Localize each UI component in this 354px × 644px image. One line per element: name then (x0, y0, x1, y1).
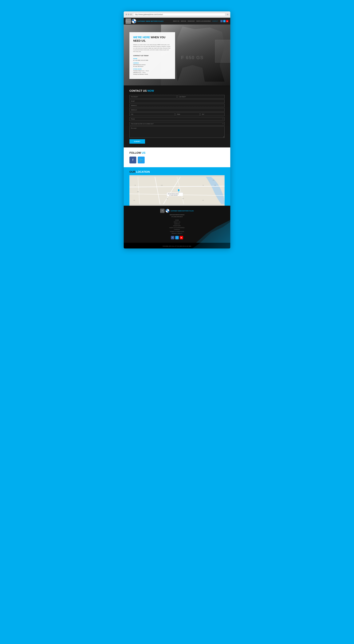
contact-method-row: How would you like us to contact you? Ph… (129, 122, 225, 126)
follow-title: FOLLOW US (129, 151, 225, 154)
phone-row (129, 117, 225, 121)
hero-content-box: WE'RE HERE WHEN YOU NEED US. Whether you… (129, 32, 175, 79)
svg-text:67: 67 (167, 198, 168, 199)
browser-dot-red (126, 14, 127, 15)
footer-nav-contact[interactable]: CONTACT (174, 229, 180, 230)
footer-facebook-icon[interactable]: f (171, 236, 174, 239)
overlay-panel (215, 40, 230, 62)
footer-nav-inventory[interactable]: INVENTORY (173, 225, 181, 226)
hero-headline-highlight: WE'RE HERE (133, 36, 150, 39)
footer-bottom-text: FOR MORE INFO CALL 877.221.9090 or 314.4… (163, 246, 191, 247)
footer-bmw-roundel (166, 209, 169, 213)
nav-about[interactable]: ABOUT US (173, 20, 179, 22)
svg-text:570: 570 (213, 180, 214, 181)
nav-twitter-icon[interactable]: t (223, 20, 225, 22)
footer: BMWMOTORCYCLES GATEWAY BMW MOTORCYCLES 2… (124, 206, 230, 248)
svg-text:64: 64 (202, 200, 204, 201)
zip-input[interactable] (200, 112, 225, 116)
navbar-brand-title: GATEWAY BMW MOTORCYCLES (137, 20, 172, 22)
hero-body-text: Whether you want to learn more about buy… (133, 44, 171, 52)
map-svg: 70 170 275 367 70 64 67 175 64 570 2690 … (129, 175, 225, 206)
nav-youtube-icon[interactable]: ▶ (226, 20, 228, 22)
footer-dealer-logo: BMWMOTORCYCLES (160, 209, 164, 213)
contact-us-today-title: CONTACT US TODAY (133, 55, 171, 56)
svg-text:170: 170 (161, 185, 163, 186)
navbar-brand-highlight: GATEWAY BMW (137, 20, 150, 22)
footer-social-row: f t ▶ (171, 236, 183, 239)
contact-form-title: CONTACT US NOW (129, 89, 225, 92)
contact-method-select[interactable]: How would you like us to contact you? Ph… (129, 122, 225, 126)
nav-inventory[interactable]: INVENTORY (188, 20, 195, 22)
store-hours: Tuesday-Friday 9 a.m. – 6 p.m. Saturday … (133, 70, 171, 75)
svg-text:70: 70 (135, 185, 136, 186)
navbar: BMWMOTORCYCLES GATEWAY BMW MOTORCYCLES A… (124, 18, 230, 24)
social-icons-row: f 🐦 (129, 156, 225, 164)
name-row (129, 95, 225, 98)
nav-contact[interactable]: CONTACT (212, 20, 218, 22)
first-name-input[interactable] (129, 95, 177, 98)
svg-point-18 (178, 189, 180, 191)
submit-button[interactable]: SUBMIT (129, 139, 145, 144)
footer-address: 2690 MASTERSON AVENUE ST LOUIS, MO 63114 (170, 214, 185, 218)
svg-text:64: 64 (134, 200, 135, 201)
twitter-icon-large[interactable]: 🐦 (138, 156, 145, 164)
location-section: OUR LOCATION 70 170 (124, 167, 230, 206)
address-lines: 2690 Masterson Avenue St Louis, MO 63114 (133, 64, 171, 67)
phone-wrapper (129, 117, 225, 121)
map-container: 70 170 275 367 70 64 67 175 64 570 2690 … (129, 175, 225, 206)
nav-links: ABOUT US SERVICE INVENTORY PARTS & ACCES… (173, 20, 218, 22)
browser-url-bar[interactable] (133, 13, 225, 16)
footer-logo-row: BMWMOTORCYCLES GATEWAY BMW MOTORCYCLES (160, 209, 194, 213)
footer-nav-terms[interactable]: TERMS & CONDITIONS (170, 231, 184, 232)
footer-nav-about[interactable]: ABOUT US (174, 222, 180, 222)
footer-nav-service[interactable]: SERVICE (174, 223, 180, 224)
navbar-logo-area: BMWMOTORCYCLES (126, 18, 136, 24)
facebook-icon-large[interactable]: f (129, 156, 136, 164)
browser-dot-yellow (128, 14, 129, 15)
nav-facebook-icon[interactable]: f (220, 20, 223, 22)
browser-dot-green (130, 14, 132, 15)
nav-social-icons: f t ▶ (220, 20, 228, 22)
footer-nav-home[interactable]: HOME (175, 220, 179, 221)
svg-text:175: 175 (182, 198, 184, 199)
address2-row (129, 108, 225, 112)
address-label: ADDRESS (133, 62, 171, 64)
footer-youtube-icon[interactable]: ▶ (180, 236, 183, 239)
footer-nav-parts[interactable]: PARTS & ACCESSORIES (169, 227, 184, 228)
hours-label: STORE HOURS (133, 68, 171, 70)
hero-section: F 650 GS WE'RE HERE WHEN YOU NEED US. Wh… (124, 24, 230, 86)
email-row (129, 99, 225, 103)
city-input[interactable] (129, 112, 175, 116)
address2-input[interactable] (129, 108, 225, 112)
svg-text:ST LOUIS, MO 63114: ST LOUIS, MO 63114 (169, 195, 178, 196)
location-title: OUR LOCATION (129, 170, 225, 173)
svg-text:367: 367 (214, 185, 216, 186)
last-name-input[interactable] (177, 95, 225, 98)
bmw-roundel (132, 19, 136, 24)
svg-text:70: 70 (202, 185, 204, 186)
svg-text:2690 MASTERSON AVENUE: 2690 MASTERSON AVENUE (168, 194, 179, 194)
nav-service[interactable]: SERVICE (181, 20, 186, 22)
footer-nav-privacy[interactable]: PRIVACY POLICY (172, 233, 182, 234)
footer-nav: HOME ABOUT US SERVICE INVENTORY PARTS & … (169, 220, 184, 234)
email-input[interactable] (129, 99, 225, 103)
browser-chrome: ≡ (124, 12, 230, 18)
nav-parts[interactable]: PARTS & ACCESSORIES (196, 20, 211, 22)
browser-window: ≡ BMWMOTORCYCLES GATEWAY BMW MOTORCYCLES… (124, 12, 230, 248)
contact-form: How would you like us to contact you? Ph… (129, 95, 225, 144)
footer-twitter-icon[interactable]: t (175, 236, 179, 239)
address1-input[interactable] (129, 104, 225, 107)
phone-numbers: 877.221.9090 | 314.427.9090 (133, 60, 171, 61)
message-textarea[interactable] (129, 126, 225, 138)
contact-method-wrapper: How would you like us to contact you? Ph… (129, 122, 225, 126)
browser-menu-icon[interactable]: ≡ (227, 13, 228, 16)
gs-badge: F 650 GS (181, 55, 204, 60)
hero-headline: WE'RE HERE WHEN YOU NEED US. (133, 36, 171, 42)
svg-text:275: 275 (137, 191, 139, 192)
contact-form-section: CONTACT US NOW (124, 86, 230, 148)
message-row (129, 126, 225, 138)
state-input[interactable] (175, 112, 200, 116)
phone-label: PHONE (133, 58, 171, 59)
city-state-zip-row (129, 112, 225, 116)
phone-input[interactable] (129, 117, 225, 121)
